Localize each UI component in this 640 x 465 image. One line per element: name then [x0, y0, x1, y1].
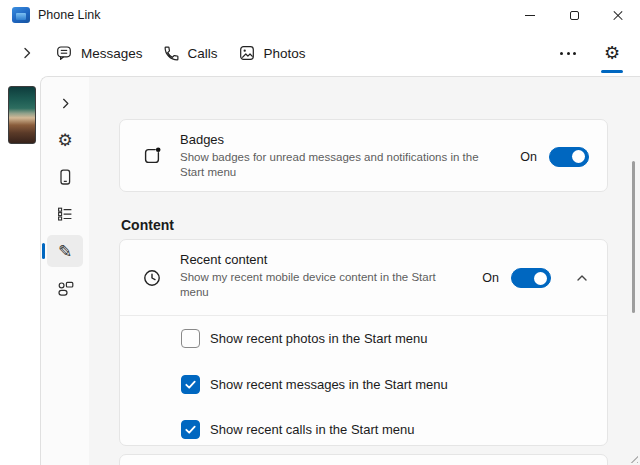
photo-icon	[238, 44, 256, 62]
window-controls	[508, 0, 640, 30]
tab-calls-label: Calls	[188, 46, 218, 61]
badges-toggle-state: On	[520, 150, 537, 164]
phone-handset-icon	[163, 45, 180, 62]
window-title: Phone Link	[38, 0, 101, 30]
recent-content-toggle[interactable]	[511, 268, 551, 288]
option-label: Show recent calls in the Start menu	[210, 422, 415, 437]
resize-grip[interactable]	[629, 454, 638, 463]
maximize-button[interactable]	[552, 0, 596, 30]
recent-content-card: Recent content Show my recent mobile dev…	[119, 239, 608, 446]
titlebar: Phone Link	[0, 0, 640, 30]
badges-description: Show badges for unread messages and noti…	[180, 150, 490, 179]
next-card-partial	[119, 454, 608, 465]
badge-icon	[142, 146, 162, 166]
more-options-button[interactable]	[560, 52, 576, 55]
scrollbar-thumb[interactable]	[632, 161, 635, 313]
recent-messages-checkbox[interactable]	[181, 375, 200, 394]
tab-messages[interactable]: Messages	[55, 30, 143, 76]
selected-indicator	[42, 243, 45, 259]
tab-messages-label: Messages	[81, 46, 143, 61]
gear-icon: ⚙	[604, 44, 620, 62]
gear-icon: ⚙	[57, 132, 72, 149]
phone-link-logo-icon	[12, 7, 30, 23]
phone-link-window: Phone Link Messages	[0, 0, 640, 465]
rail-item-apps[interactable]	[47, 272, 83, 304]
recent-content-toggle-state: On	[482, 271, 499, 285]
rail-item-general[interactable]: ⚙	[47, 124, 83, 156]
checkmark-icon	[184, 423, 197, 436]
recent-content-description: Show my recent mobile device content in …	[180, 270, 458, 299]
option-recent-photos[interactable]: Show recent photos in the Start menu	[120, 316, 607, 362]
settings-active-indicator	[601, 70, 623, 73]
recent-photos-checkbox[interactable]	[181, 329, 200, 348]
back-button[interactable]	[12, 38, 42, 68]
option-recent-calls[interactable]: Show recent calls in the Start menu	[120, 407, 607, 453]
rail-expand-button[interactable]	[47, 87, 83, 119]
close-icon	[612, 9, 624, 21]
option-label: Show recent messages in the Start menu	[210, 377, 448, 392]
rail-item-devices[interactable]	[47, 161, 83, 193]
chevron-up-icon	[575, 272, 589, 284]
tab-photos-label: Photos	[264, 46, 306, 61]
recent-calls-checkbox[interactable]	[181, 420, 200, 439]
minimize-icon	[525, 15, 535, 16]
message-bubble-icon	[55, 44, 73, 62]
recent-content-title: Recent content	[180, 252, 458, 267]
option-recent-messages[interactable]: Show recent messages in the Start menu	[120, 362, 607, 408]
minimize-button[interactable]	[508, 0, 552, 30]
chevron-right-icon	[20, 46, 34, 60]
smartphone-icon	[56, 168, 74, 186]
rail-item-customize[interactable]: ✎	[47, 235, 83, 267]
maximize-icon	[570, 11, 579, 20]
phone-wallpaper-thumbnail[interactable]	[8, 86, 36, 144]
pencil-icon: ✎	[58, 243, 72, 260]
badges-title: Badges	[180, 132, 490, 147]
nav-right-actions: ⚙	[560, 30, 640, 76]
badges-toggle[interactable]	[549, 147, 589, 167]
settings-content: Badges Show badges for unread messages a…	[89, 77, 640, 465]
settings-button[interactable]: ⚙	[600, 30, 624, 76]
feature-list-icon	[56, 205, 74, 223]
apps-shapes-icon	[56, 279, 75, 298]
recent-content-options: Show recent photos in the Start menu Sho…	[120, 316, 607, 453]
nav-tabs: Messages Calls Photos	[55, 30, 306, 76]
clock-icon	[142, 268, 162, 288]
badges-card: Badges Show badges for unread messages a…	[119, 119, 608, 192]
section-header-content: Content	[121, 217, 174, 233]
device-strip	[0, 76, 40, 465]
collapse-expander-button[interactable]	[575, 272, 589, 284]
recent-content-expander-header[interactable]: Recent content Show my recent mobile dev…	[120, 240, 607, 313]
tab-photos[interactable]: Photos	[238, 30, 306, 76]
settings-panel: ⚙ ✎	[40, 76, 640, 465]
close-button[interactable]	[596, 0, 640, 30]
checkmark-icon	[184, 378, 197, 391]
top-navbar: Messages Calls Photos ⚙	[0, 30, 640, 76]
option-label: Show recent photos in the Start menu	[210, 331, 428, 346]
tab-calls[interactable]: Calls	[163, 30, 218, 76]
settings-nav-rail: ⚙ ✎	[41, 77, 89, 465]
chevron-right-icon	[59, 97, 72, 110]
rail-item-features[interactable]	[47, 198, 83, 230]
